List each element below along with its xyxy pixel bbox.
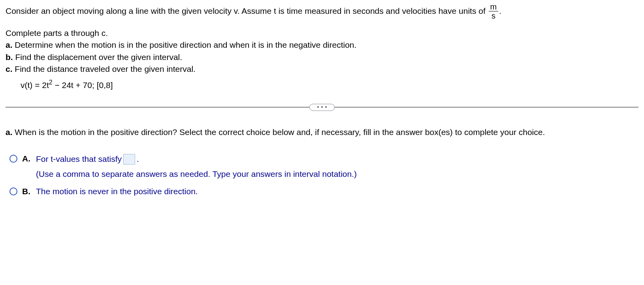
part-b: b. Find the displacement over the given … [6,51,638,63]
part-c-text: Find the distance traveled over the give… [15,64,196,73]
choice-a-before: For t-values that satisfy [36,154,122,164]
choice-b-label: B. [22,187,30,196]
velocity-equation: v(t) = 2t2 − 24t + 70; [0,8] [6,79,638,91]
dot-icon [317,106,319,108]
intro-before: Consider an object moving along a line w… [6,6,488,15]
eq-prefix: v(t) = 2t [21,81,49,90]
intro-after: . [499,6,501,15]
choice-b-line: The motion is never in the positive dire… [36,187,638,196]
units-fraction: m s [489,3,499,20]
eq-exp: 2 [49,79,53,86]
question-label: a. [6,128,13,137]
answer-input-box[interactable] [123,154,135,165]
part-c-label: c. [6,64,13,73]
expand-dots-button[interactable] [309,104,335,111]
dot-icon [325,106,327,108]
parts-list: Complete parts a through c. a. Determine… [6,27,638,91]
eq-suffix: − 24t + 70; [0,8] [53,81,113,90]
intro-text: Consider an object moving along a line w… [6,3,638,20]
part-c: c. Find the distance traveled over the g… [6,63,638,75]
choice-b[interactable]: B. The motion is never in the positive d… [9,187,638,196]
part-a: a. Determine when the motion is in the p… [6,39,638,51]
choice-a-content: For t-values that satisfy . (Use a comma… [36,154,638,179]
choice-b-text: The motion is never in the positive dire… [36,187,198,196]
part-b-label: b. [6,52,13,62]
part-b-text: Find the displacement over the given int… [15,52,183,62]
choice-a-line: For t-values that satisfy . [36,154,638,165]
section-divider [6,107,638,107]
part-a-text: Determine when the motion is in the posi… [15,40,356,49]
question-a: a. When is the motion in the positive di… [6,126,638,138]
question-text: When is the motion in the positive direc… [15,128,545,137]
radio-b[interactable] [9,188,17,195]
choice-a-hint: (Use a comma to separate answers as need… [36,169,638,179]
frac-num: m [489,3,499,11]
radio-a[interactable] [9,155,17,163]
part-a-label: a. [6,40,13,49]
frac-den: s [489,11,499,20]
choice-a-after: . [137,154,139,164]
choice-a-label: A. [22,154,30,163]
choice-a[interactable]: A. For t-values that satisfy . (Use a co… [9,154,638,179]
choices-container: A. For t-values that satisfy . (Use a co… [6,154,638,196]
dot-icon [321,106,323,108]
choice-b-content: The motion is never in the positive dire… [36,187,638,196]
parts-lead: Complete parts a through c. [6,27,638,39]
